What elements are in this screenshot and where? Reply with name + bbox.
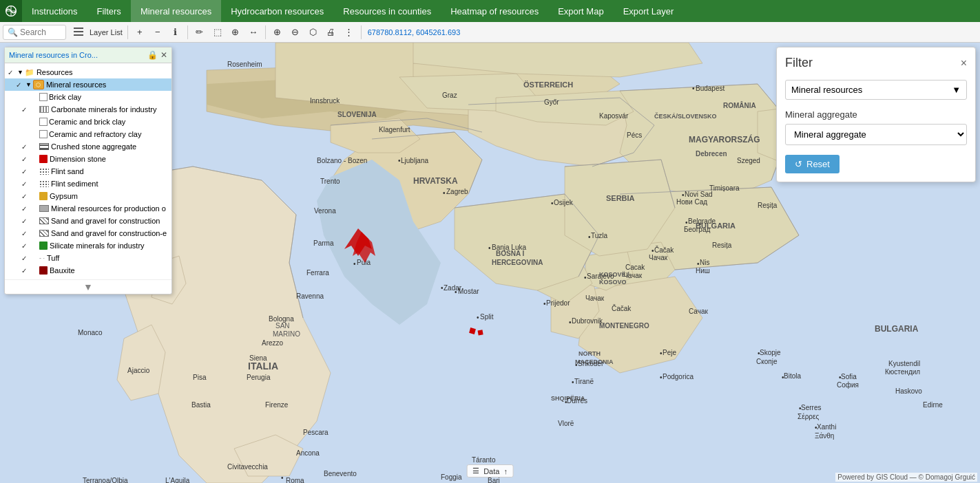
panel-close-icon[interactable]: ✕	[160, 50, 167, 60]
select-btn[interactable]: ⬚	[209, 24, 226, 41]
svg-text:ITALIA: ITALIA	[248, 361, 278, 372]
add-layer-btn[interactable]: +	[132, 24, 148, 41]
nav-resources-in-counties[interactable]: Resources in counties	[333, 0, 441, 22]
map-container[interactable]: SLOVENIJA HRVATSKA BOSNA I HERCEGOVINA S…	[0, 43, 980, 483]
carbonate-label: Carbonate minerals for industry	[51, 105, 156, 114]
svg-text:Táranto: Táranto	[472, 456, 496, 464]
layer-row-bauxite[interactable]: ✓ Bauxite	[5, 264, 171, 277]
layer-row-sand-gravel2[interactable]: ✓ Sand and gravel for construction-e	[5, 227, 171, 239]
search-box[interactable]: 🔍	[3, 25, 66, 40]
panel-lock-icon[interactable]: 🔒	[147, 50, 158, 60]
svg-text:Reșița: Reșița	[758, 202, 778, 209]
nav-export-layer[interactable]: Export Layer	[614, 0, 684, 22]
svg-text:Sofia: Sofia	[841, 373, 857, 380]
svg-text:Ниш: Ниш	[696, 267, 710, 275]
svg-text:•: •	[692, 85, 695, 92]
layer-row-tuff[interactable]: ✓ - · Tuff	[5, 252, 171, 264]
remove-layer-btn[interactable]: −	[149, 24, 166, 41]
svg-text:Bitola: Bitola	[784, 372, 801, 380]
svg-rect-3	[74, 34, 83, 36]
nav-hydrocarbon-resources[interactable]: Hydrocarbon resources	[221, 0, 333, 22]
layer-row-flint-sand[interactable]: ✓ Flint sand	[5, 165, 171, 178]
svg-text:Roma: Roma	[286, 477, 304, 483]
layer-row-crushed-stone[interactable]: ✓ Crushed stone aggregate	[5, 140, 171, 153]
svg-text:Pescara: Pescara	[303, 429, 329, 436]
svg-text:Debrecen: Debrecen	[696, 150, 727, 158]
svg-text:Novi Sad: Novi Sad	[685, 191, 713, 198]
layer-row-mineral-prod[interactable]: ✓ Mineral resources for production o	[5, 202, 171, 215]
svg-text:Osijek: Osijek	[554, 199, 574, 206]
filter-mineral-dropdown[interactable]: Mineral resources ▼	[785, 80, 967, 100]
nav-instructions[interactable]: Instructions	[22, 0, 87, 22]
zoom-out-btn[interactable]: ⊖	[287, 24, 304, 41]
svg-text:MONTENEGRO: MONTENEGRO	[599, 322, 649, 330]
data-badge-icon: ☰	[472, 466, 479, 475]
reset-label: Reset	[806, 159, 830, 169]
filter-close-btn[interactable]: ×	[961, 57, 967, 69]
svg-text:Verona: Verona	[314, 207, 336, 215]
svg-text:Београд: Београд	[684, 226, 710, 233]
crosshair-btn[interactable]: ⊕	[227, 24, 244, 41]
cb-ceramic-refractory[interactable]	[39, 130, 48, 138]
layer-list-btn[interactable]	[70, 24, 87, 41]
print-btn[interactable]: 🖨	[323, 24, 340, 41]
layer-row-carbonate[interactable]: ✓ Carbonate minerals for industry	[5, 103, 171, 116]
nav-heatmap[interactable]: Heatmap of resources	[441, 0, 548, 22]
svg-text:Kyustendil: Kyustendil	[888, 360, 920, 367]
move-btn[interactable]: ↔	[245, 24, 262, 41]
svg-text:Terranoa/Olbia: Terranoa/Olbia	[83, 477, 128, 483]
nav-export-map[interactable]: Export Map	[548, 0, 613, 22]
left-panel: Mineral resources in Cro... 🔒 ✕ ✓ ▼ 📁 Re…	[4, 47, 172, 294]
svg-text:SLOVENIJA: SLOVENIJA	[337, 111, 377, 118]
svg-text:Trento: Trento	[320, 178, 340, 185]
layer-row-mineral[interactable]: ✓ ▼ ⬡ Mineral resources	[5, 78, 171, 91]
layer-row-ceramic-refractory[interactable]: Ceramic and refractory clay	[5, 128, 171, 140]
attribution: Powered by GIS Cloud — © Domagoj Grguić	[835, 473, 977, 482]
zoom-in-btn[interactable]: ⊕	[269, 24, 286, 41]
layer-row-silicate[interactable]: ✓ Silicate minerals for industry	[5, 239, 171, 252]
more-btn[interactable]: ⋮	[341, 24, 357, 41]
svg-text:Bari: Bari	[488, 477, 500, 483]
filter-title: Filter	[785, 56, 813, 70]
expand-resources[interactable]: ▼	[17, 69, 23, 76]
filter-aggregate-select[interactable]: Mineral aggregate	[785, 124, 967, 145]
layer-row-sand-gravel1[interactable]: ✓ Sand and gravel for construction	[5, 215, 171, 227]
cb-ceramic-brick[interactable]	[39, 118, 48, 126]
divider3	[265, 25, 266, 39]
cb-brick-clay[interactable]	[39, 93, 48, 101]
folder-icon-resources: 📁	[25, 68, 34, 77]
layer-row-gypsum[interactable]: ✓ Gypsum	[5, 190, 171, 202]
svg-text:Podgorica: Podgorica	[663, 373, 694, 380]
expand-mineral[interactable]: ▼	[25, 81, 32, 88]
gypsum-label: Gypsum	[50, 192, 78, 200]
data-badge[interactable]: ☰ Data ↑	[466, 464, 514, 477]
sand-gravel2-label: Sand and gravel for construction-e	[51, 229, 167, 237]
search-input[interactable]	[20, 28, 61, 37]
nav-mineral-resources[interactable]: Mineral resources	[131, 0, 221, 22]
draw-btn[interactable]: ✏	[191, 24, 208, 41]
svg-text:L'Aquila: L'Aquila	[165, 477, 190, 483]
layer-row-ceramic-brick[interactable]: Ceramic and brick clay	[5, 116, 171, 128]
svg-text:Tiranë: Tiranë	[574, 378, 594, 385]
svg-text:Peje: Peje	[663, 349, 676, 356]
layer-row-resources[interactable]: ✓ ▼ 📁 Resources	[5, 66, 171, 78]
svg-text:ČESKÁ/SLOVENSKO: ČESKÁ/SLOVENSKO	[654, 112, 717, 120]
swatch-sand-gravel1	[39, 217, 49, 224]
svg-text:Monaco: Monaco	[78, 329, 103, 336]
zoom-extent-btn[interactable]: ⬡	[305, 24, 322, 41]
check-sand-gravel2: ✓	[21, 230, 31, 237]
info-btn[interactable]: ℹ	[167, 24, 184, 41]
layer-row-flint-sediment[interactable]: ✓ Flint sediment	[5, 178, 171, 190]
check-tuff: ✓	[21, 255, 31, 262]
app-logo[interactable]	[0, 0, 22, 22]
panel-title: Mineral resources in Cro...	[9, 51, 98, 59]
layer-row-dimension-stone[interactable]: ✓ Dimension stone	[5, 153, 171, 165]
svg-text:Siena: Siena	[249, 354, 267, 362]
layer-row-brick-clay[interactable]: Brick clay	[5, 91, 171, 103]
panel-header-icons: 🔒 ✕	[147, 50, 167, 60]
nav-filters[interactable]: Filters	[87, 0, 130, 22]
filter-panel: Filter × Mineral resources ▼ Mineral agg…	[776, 47, 976, 182]
check-flint-sand: ✓	[21, 168, 31, 175]
check-crushed-stone: ✓	[21, 143, 31, 151]
filter-reset-btn[interactable]: ↺ Reset	[785, 155, 840, 173]
